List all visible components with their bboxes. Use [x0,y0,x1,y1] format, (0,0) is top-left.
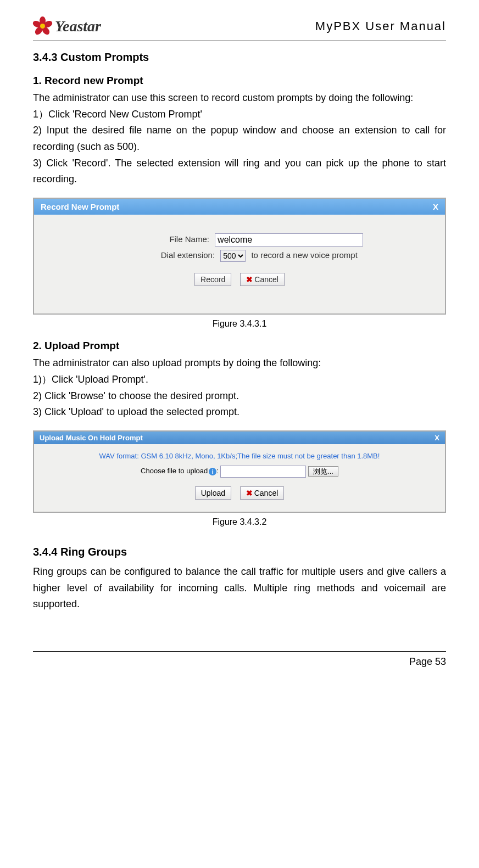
record-button[interactable]: Record [194,273,231,286]
browse-button[interactable]: 浏览... [308,466,338,477]
upload-step1: 1)）Click 'Upload Prompt'. [33,372,446,388]
file-name-input[interactable] [215,233,363,247]
sub-heading-upload: 2. Upload Prompt [33,340,446,352]
cancel-button[interactable]: ✖Cancel [240,486,285,500]
figure-caption-2: Figure 3.4.3.2 [33,517,446,527]
flower-icon [33,16,53,36]
upload-hint: WAV format: GSM 6.10 8kHz, Mono, 1Kb/s;T… [45,452,434,460]
upload-button[interactable]: Upload [195,486,231,500]
dialog2-title-text: Upload Music On Hold Prompt [40,434,143,442]
x-icon: ✖ [246,275,253,284]
record-prompt-dialog: Record New Prompt X File Name: Dial exte… [33,198,446,315]
dialog-title-bar: Record New Prompt X [34,199,445,215]
choose-file-label: Choose file to upload [141,467,208,475]
sub-heading-record: 1. Record new Prompt [33,75,446,87]
figure-caption-1: Figure 3.4.3.1 [33,319,446,329]
dial-extension-label: Dial extension: [121,250,218,260]
info-icon: i [209,468,216,475]
dialog2-body: WAV format: GSM 6.10 8kHz, Mono, 1Kb/s;T… [34,444,445,512]
dialog-body: File Name: Dial extension: 500 to record… [34,215,445,313]
file-name-label: File Name: [116,234,213,244]
page-header: Yeastar MyPBX User Manual [33,16,446,41]
dial-extension-select[interactable]: 500 [220,250,246,262]
section-heading-custom-prompts: 3.4.3 Custom Prompts [33,51,446,64]
section-heading-ring-groups: 3.4.4 Ring Groups [33,546,446,558]
brand-logo: Yeastar [33,16,101,36]
x-icon: ✖ [246,489,253,497]
dialog2-title-bar: Upload Music On Hold Prompt X [34,432,445,444]
close-icon[interactable]: X [435,434,439,442]
record-step1: 1）Click 'Record New Custom Prompt' [33,107,446,123]
page-number: Page 53 [409,656,446,667]
document-title: MyPBX User Manual [315,19,446,33]
brand-name: Yeastar [55,18,101,35]
record-intro: The administrator can use this screen to… [33,90,446,107]
upload-step2: 2) Click 'Browse' to choose the desired … [33,388,446,405]
ring-groups-body: Ring groups can be configured to balance… [33,564,446,613]
dial-extension-suffix: to record a new voice prompt [251,250,357,260]
cancel-button[interactable]: ✖Cancel [240,273,285,286]
record-step2: 2) Input the desired file name on the po… [33,122,446,155]
dialog-title-text: Record New Prompt [41,202,119,211]
upload-intro: The administrator can also upload prompt… [33,355,446,372]
record-step3: 3) Click 'Record'. The selected extensio… [33,155,446,188]
close-icon[interactable]: X [433,202,438,211]
upload-prompt-dialog: Upload Music On Hold Prompt X WAV format… [33,430,446,513]
file-path-input[interactable] [220,466,306,478]
upload-step3: 3) Click 'Upload' to upload the selected… [33,404,446,421]
page-footer: Page 53 [33,651,446,668]
